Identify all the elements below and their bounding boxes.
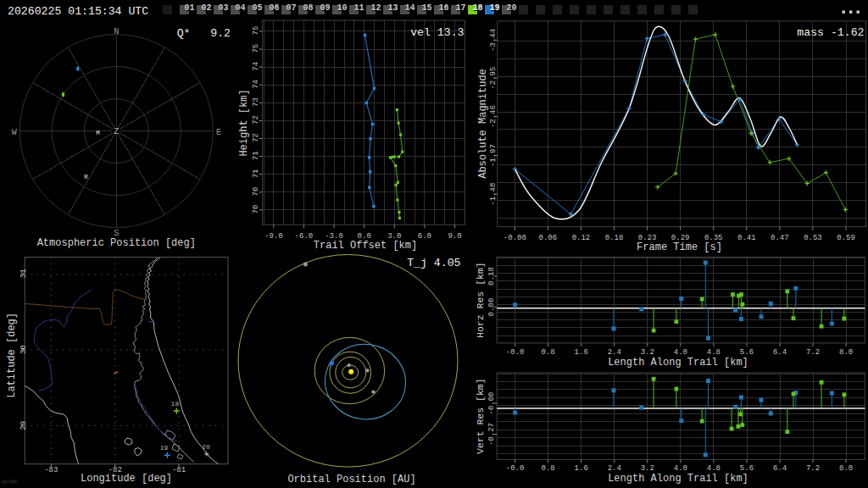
svg-text:9.0: 9.0 [448, 232, 461, 241]
svg-text:16: 16 [439, 3, 449, 13]
svg-text:12: 12 [371, 3, 381, 13]
svg-text:5.6: 5.6 [740, 348, 754, 357]
svg-text:3.2: 3.2 [641, 348, 654, 357]
svg-text:-0.00: -0.00 [487, 391, 496, 414]
svg-text:-6.0: -6.0 [295, 232, 314, 241]
svg-text:-83: -83 [44, 466, 58, 474]
svg-text:17: 17 [456, 3, 466, 13]
svg-text:20260225 01:15:34 UTC: 20260225 01:15:34 UTC [8, 5, 148, 18]
svg-text:6.4: 6.4 [773, 464, 787, 473]
svg-text:Latitude [deg]: Latitude [deg] [6, 313, 18, 398]
svg-text:14: 14 [405, 3, 415, 13]
svg-text:18: 18 [171, 400, 180, 408]
svg-text:Trail Offset [km]: Trail Offset [km] [314, 240, 417, 252]
svg-text:29: 29 [19, 421, 28, 430]
svg-text:31: 31 [19, 269, 28, 278]
svg-text:pylab: pylab [2, 479, 17, 485]
svg-text:M: M [96, 130, 100, 136]
svg-text:-0.00: -0.00 [504, 234, 526, 242]
svg-text:Height [km]: Height [km] [238, 89, 250, 156]
svg-text:T_j 4.05: T_j 4.05 [407, 257, 460, 269]
svg-text:5.6: 5.6 [740, 464, 754, 473]
svg-text:75: 75 [252, 26, 260, 36]
svg-text:vel 13.3: vel 13.3 [410, 26, 464, 39]
svg-text:0.8: 0.8 [542, 464, 555, 473]
svg-text:R: R [84, 174, 88, 180]
svg-text:74: 74 [252, 80, 260, 89]
svg-text:-81: -81 [172, 466, 186, 474]
svg-text:Orbital Position [AU]: Orbital Position [AU] [287, 474, 415, 485]
svg-text:74: 74 [252, 62, 260, 71]
svg-text:0.53: 0.53 [804, 234, 822, 242]
svg-text:3.2: 3.2 [641, 464, 654, 473]
svg-text:4.8: 4.8 [707, 464, 721, 473]
svg-text:2.4: 2.4 [608, 464, 621, 473]
svg-text:Longitude [deg]: Longitude [deg] [81, 473, 172, 485]
svg-text:-9.0: -9.0 [264, 232, 283, 241]
svg-text:20: 20 [507, 3, 517, 13]
svg-text:0.8: 0.8 [542, 348, 555, 357]
svg-text:30: 30 [19, 345, 28, 354]
svg-text:13: 13 [388, 3, 398, 13]
svg-text:Length Along Trail [km]: Length Along Trail [km] [608, 473, 748, 485]
svg-text:Vert Res [km]: Vert Res [km] [476, 378, 487, 454]
svg-text:Frame Time [s]: Frame Time [s] [637, 241, 722, 253]
svg-text:4.0: 4.0 [674, 348, 687, 357]
svg-text:4.0: 4.0 [674, 464, 687, 473]
svg-text:73: 73 [252, 97, 260, 107]
svg-text:04: 04 [236, 3, 246, 13]
svg-text:71: 71 [252, 151, 260, 160]
svg-text:72: 72 [252, 133, 260, 142]
svg-text:71: 71 [252, 169, 260, 178]
svg-text:-2.46: -2.46 [489, 105, 498, 128]
svg-text:6.4: 6.4 [773, 348, 787, 357]
svg-text:-2.95: -2.95 [489, 67, 498, 90]
svg-text:7.2: 7.2 [806, 348, 820, 357]
svg-text:06: 06 [270, 3, 280, 13]
svg-text:N: N [114, 27, 119, 36]
svg-text:-0.0: -0.0 [506, 348, 525, 357]
svg-text:19: 19 [490, 3, 500, 13]
svg-text:20: 20 [202, 443, 210, 451]
svg-text:E: E [216, 128, 221, 137]
svg-text:0.18: 0.18 [487, 267, 496, 286]
svg-text:0.41: 0.41 [737, 234, 756, 242]
svg-text:11: 11 [354, 3, 364, 13]
svg-text:Z: Z [114, 127, 119, 136]
svg-text:Q* 9.2: Q* 9.2 [177, 27, 231, 40]
svg-text:0.59: 0.59 [837, 234, 855, 242]
svg-text:8.0: 8.0 [839, 348, 853, 357]
svg-text:0.47: 0.47 [771, 234, 789, 242]
svg-text:75: 75 [252, 44, 260, 53]
svg-text:05: 05 [253, 3, 263, 13]
svg-text:Absolute Magnitude: Absolute Magnitude [477, 69, 489, 179]
svg-text:Length Along Trail [km]: Length Along Trail [km] [608, 357, 748, 369]
svg-text:7.2: 7.2 [806, 464, 820, 473]
svg-text:09: 09 [320, 3, 331, 13]
svg-text:19: 19 [160, 444, 169, 452]
svg-text:-0.0: -0.0 [506, 464, 525, 473]
svg-text:72: 72 [252, 115, 260, 125]
svg-text:10: 10 [337, 3, 348, 13]
svg-text:07: 07 [287, 3, 297, 13]
svg-text:2.4: 2.4 [608, 348, 621, 357]
svg-text:70: 70 [252, 205, 260, 214]
svg-text:18: 18 [473, 3, 483, 13]
svg-text:-3.44: -3.44 [489, 29, 498, 52]
svg-text:W: W [12, 128, 17, 137]
svg-text:-0.27: -0.27 [487, 423, 496, 446]
svg-text:8.0: 8.0 [839, 464, 853, 473]
svg-text:01: 01 [185, 3, 195, 13]
svg-text:70: 70 [252, 187, 260, 197]
svg-text:mass -1.62: mass -1.62 [797, 26, 864, 39]
svg-text:02: 02 [202, 3, 212, 13]
svg-text:0.12: 0.12 [572, 234, 591, 242]
svg-text:Horz Res [km]: Horz Res [km] [476, 262, 487, 338]
svg-text:15: 15 [422, 3, 432, 13]
svg-text:6.0: 6.0 [418, 232, 431, 241]
svg-text:0.06: 0.06 [539, 234, 558, 242]
svg-text:0.00: 0.00 [487, 298, 496, 317]
svg-text:08: 08 [303, 3, 314, 13]
svg-text:-1.97: -1.97 [489, 144, 498, 167]
svg-text:-1.48: -1.48 [489, 183, 498, 206]
